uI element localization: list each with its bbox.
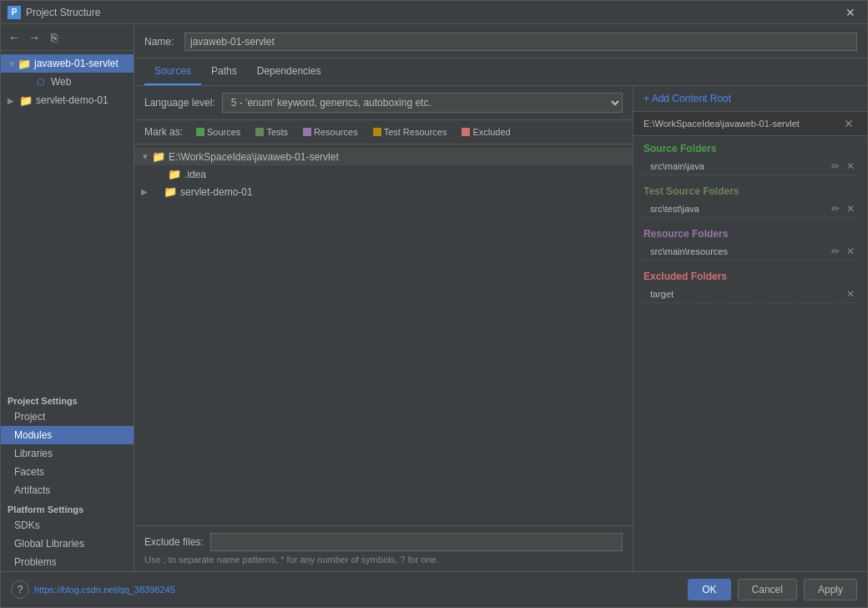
excluded-dot bbox=[462, 128, 470, 136]
mark-as-label: Mark as: bbox=[144, 126, 183, 138]
right-panel: + Add Content Root E:\WorkSpaceIdea\java… bbox=[633, 86, 867, 571]
mark-test-resources-btn[interactable]: Test Resources bbox=[368, 125, 452, 139]
name-input[interactable] bbox=[184, 33, 857, 51]
exclude-files-input[interactable] bbox=[210, 533, 623, 551]
forward-button[interactable]: → bbox=[26, 29, 43, 46]
footer-url: https://blog.csdn.net/qq_38398245 bbox=[34, 585, 175, 595]
file-tree-idea-label: .idea bbox=[184, 169, 206, 180]
tree-item-web[interactable]: ⬡ Web bbox=[1, 73, 134, 91]
tree-item-root[interactable]: ▼ 📁 javaweb-01-servlet bbox=[1, 54, 134, 73]
file-tree-idea[interactable]: 📁 .idea bbox=[134, 165, 633, 183]
excluded-folder-actions-0: ✕ bbox=[844, 287, 857, 301]
nav-item-artifacts[interactable]: Artifacts bbox=[1, 481, 134, 499]
source-folder-edit-0[interactable]: ✏ bbox=[829, 160, 842, 173]
tests-dot bbox=[255, 128, 264, 136]
language-level-row: Language level: 5 - 'enum' keyword, gene… bbox=[134, 86, 633, 120]
file-tree-root[interactable]: ▼ 📁 E:\WorkSpaceIdea\javaweb-01-servlet bbox=[134, 148, 633, 165]
exclude-row: Exclude files: bbox=[144, 533, 623, 551]
mark-as-row: Mark as: Sources Tests Resources bbox=[134, 120, 633, 144]
file-tree-root-label: E:\WorkSpaceIdea\javaweb-01-servlet bbox=[169, 151, 339, 163]
source-folder-remove-0[interactable]: ✕ bbox=[844, 160, 857, 173]
ok-button[interactable]: OK bbox=[688, 579, 730, 600]
nav-item-modules[interactable]: Modules bbox=[1, 426, 134, 444]
test-resources-dot bbox=[373, 128, 381, 136]
tab-paths[interactable]: Paths bbox=[201, 58, 247, 85]
project-settings-section: Project Settings bbox=[1, 391, 134, 408]
folder-icon: 📁 bbox=[18, 57, 31, 70]
language-level-label: Language level: bbox=[144, 97, 215, 109]
test-source-folder-remove-0[interactable]: ✕ bbox=[844, 202, 857, 215]
excluded-folder-remove-0[interactable]: ✕ bbox=[844, 287, 857, 301]
servlet-folder-icon: 📁 bbox=[164, 185, 177, 198]
tab-sources[interactable]: Sources bbox=[144, 58, 201, 85]
resource-folder-path-0: src\main\resources bbox=[650, 246, 825, 256]
nav-item-project[interactable]: Project bbox=[1, 408, 134, 426]
help-button[interactable]: ? bbox=[11, 580, 29, 599]
resource-folder-remove-0[interactable]: ✕ bbox=[844, 245, 857, 258]
idea-folder-icon: 📁 bbox=[168, 168, 181, 180]
bottom-area: Exclude files: Use ; to separate name pa… bbox=[134, 525, 633, 571]
module-folder-icon: 📁 bbox=[19, 94, 33, 107]
dialog-body: ← → ⎘ ▼ 📁 javaweb-01-servlet bbox=[1, 24, 867, 571]
resources-dot bbox=[303, 128, 311, 136]
copy-button[interactable]: ⎘ bbox=[46, 29, 63, 46]
resource-folders-title: Resource Folders bbox=[643, 228, 857, 240]
main-content: Name: Sources Paths Dependencies Languag… bbox=[134, 24, 867, 571]
close-button[interactable]: ✕ bbox=[840, 4, 860, 21]
add-content-root-button[interactable]: + Add Content Root bbox=[633, 86, 867, 112]
source-folders-section: Source Folders src\main\java ✏ ✕ bbox=[633, 136, 867, 179]
source-folder-entry-0: src\main\java ✏ ✕ bbox=[643, 158, 857, 175]
tab-dependencies[interactable]: Dependencies bbox=[247, 58, 331, 85]
resource-folder-actions-0: ✏ ✕ bbox=[829, 245, 857, 258]
source-folder-path-0: src\main\java bbox=[650, 161, 825, 171]
sidebar-toolbar: ← → ⎘ bbox=[1, 24, 134, 51]
dialog-footer: ? https://blog.csdn.net/qq_38398245 OK C… bbox=[1, 571, 867, 607]
tree-servlet-label: servlet-demo-01 bbox=[36, 94, 108, 106]
tree-root-label: javaweb-01-servlet bbox=[34, 58, 119, 69]
project-structure-dialog: P Project Structure ✕ ← → ⎘ bbox=[0, 0, 868, 608]
app-icon: P bbox=[8, 6, 21, 19]
mark-sources-btn[interactable]: Sources bbox=[191, 125, 245, 139]
titlebar: P Project Structure ✕ bbox=[1, 1, 867, 24]
tree-item-servlet[interactable]: ▶ 📁 servlet-demo-01 bbox=[1, 91, 134, 109]
nav-item-problems[interactable]: Problems bbox=[1, 553, 134, 571]
mark-excluded-btn[interactable]: Excluded bbox=[457, 125, 515, 139]
root-folder-icon: 📁 bbox=[152, 150, 165, 163]
test-source-folder-actions-0: ✏ ✕ bbox=[829, 202, 857, 215]
platform-settings-section: Platform Settings bbox=[1, 499, 134, 516]
resource-folders-section: Resource Folders src\main\resources ✏ ✕ bbox=[633, 221, 867, 264]
test-source-folder-edit-0[interactable]: ✏ bbox=[829, 202, 842, 215]
resource-folder-entry-0: src\main\resources ✏ ✕ bbox=[643, 243, 857, 261]
mark-tests-btn[interactable]: Tests bbox=[250, 125, 293, 139]
resource-folder-edit-0[interactable]: ✏ bbox=[829, 245, 842, 258]
sidebar: ← → ⎘ ▼ 📁 javaweb-01-servlet bbox=[1, 24, 134, 571]
name-row: Name: bbox=[134, 24, 867, 58]
mark-resources-btn[interactable]: Resources bbox=[298, 125, 363, 139]
excluded-folder-entry-0: target ✕ bbox=[643, 286, 857, 303]
tabs-row: Sources Paths Dependencies bbox=[134, 58, 867, 86]
back-button[interactable]: ← bbox=[6, 29, 23, 46]
cancel-button[interactable]: Cancel bbox=[738, 579, 797, 600]
apply-button[interactable]: Apply bbox=[804, 579, 857, 600]
language-level-select[interactable]: 5 - 'enum' keyword, generics, autoboxing… bbox=[222, 93, 623, 113]
test-source-folders-title: Test Source Folders bbox=[643, 185, 857, 197]
excluded-folder-path-0: target bbox=[650, 289, 840, 299]
nav-item-sdks[interactable]: SDKs bbox=[1, 516, 134, 535]
test-source-folder-path-0: src\test\java bbox=[650, 204, 825, 214]
nav-item-facets[interactable]: Facets bbox=[1, 463, 134, 481]
source-folder-actions-0: ✏ ✕ bbox=[829, 160, 857, 173]
file-tree: ▼ 📁 E:\WorkSpaceIdea\javaweb-01-servlet … bbox=[134, 144, 633, 525]
footer-left: ? https://blog.csdn.net/qq_38398245 bbox=[11, 580, 175, 599]
test-source-folders-section: Test Source Folders src\test\java ✏ ✕ bbox=[633, 179, 867, 221]
file-tree-servlet-label: servlet-demo-01 bbox=[180, 186, 253, 198]
nav-item-global-libraries[interactable]: Global Libraries bbox=[1, 535, 134, 553]
excluded-folders-section: Excluded Folders target ✕ bbox=[633, 264, 867, 307]
tree-web-label: Web bbox=[51, 76, 71, 88]
name-label: Name: bbox=[144, 36, 178, 48]
nav-item-libraries[interactable]: Libraries bbox=[1, 444, 134, 463]
test-source-folder-entry-0: src\test\java ✏ ✕ bbox=[643, 200, 857, 218]
content-root-path: E:\WorkSpaceIdea\javaweb-01-servlet bbox=[643, 119, 840, 129]
file-tree-servlet[interactable]: ▶ 📁 servlet-demo-01 bbox=[134, 183, 633, 200]
excluded-folders-title: Excluded Folders bbox=[643, 271, 857, 282]
content-root-close-button[interactable]: ✕ bbox=[840, 117, 857, 130]
